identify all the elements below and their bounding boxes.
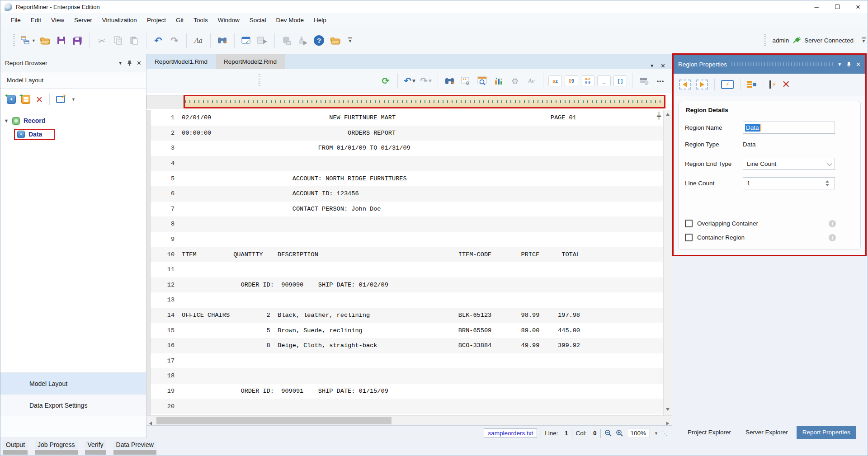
resize-grip[interactable]: ⋱ — [662, 430, 667, 437]
report-line[interactable]: 16 8 Beige, Cloth, straight-back BCO-338… — [146, 338, 672, 353]
preview-icon[interactable] — [476, 73, 489, 89]
save-button[interactable] — [55, 33, 68, 48]
underscore-icon[interactable]: _ — [597, 75, 611, 86]
rp-dropdown-icon[interactable]: ▼ — [837, 62, 842, 67]
line-text[interactable]: 8 Beige, Cloth, straight-back BCO-33884 … — [179, 342, 580, 349]
info-icon[interactable]: i — [829, 220, 836, 227]
row-height-splitter[interactable]: ╪ — [657, 112, 661, 120]
container-region-checkbox[interactable] — [685, 234, 693, 241]
tab-report-properties[interactable]: Report Properties — [797, 426, 856, 439]
menu-view[interactable]: View — [46, 15, 69, 25]
scroll-right-arrow[interactable] — [666, 422, 669, 425]
find-button[interactable] — [216, 33, 229, 48]
font-format-icon[interactable]: Av — [524, 73, 538, 89]
line-text[interactable]: 02/01/09 NEW FURTINURE MART PAGE 01 — [179, 114, 576, 121]
auto-parse-icon[interactable]: ⚡ — [769, 80, 777, 89]
brackets-icon[interactable]: [ ] — [613, 75, 627, 86]
report-line[interactable]: 19 ORDER ID: 909091 SHIP DATE: 01/15/09 — [146, 384, 672, 399]
add-region-icon[interactable]: ✦+ — [7, 95, 16, 104]
new-dropdown-caret[interactable]: ▼ — [32, 38, 36, 43]
auto-create-fields-icon[interactable]: ⚡ — [721, 80, 734, 89]
delete-region-icon[interactable]: ✕ — [36, 94, 43, 104]
close-panel-icon[interactable]: ✕ — [137, 60, 142, 66]
font-button[interactable]: Aa — [192, 33, 205, 48]
menu-tools[interactable]: Tools — [189, 15, 213, 25]
panel-dropdown-icon[interactable]: ▼ — [118, 61, 123, 66]
report-line[interactable]: 4 — [146, 156, 672, 171]
report-line[interactable]: 102/01/09 NEW FURTINURE MART PAGE 01 — [146, 110, 672, 126]
redo-button[interactable]: ↷ — [168, 33, 181, 48]
pin-icon[interactable] — [127, 60, 132, 66]
tree-data-label[interactable]: Data — [28, 131, 42, 138]
zoom-dropdown-caret[interactable]: ▼ — [654, 431, 658, 436]
zoom-out-icon[interactable] — [604, 429, 612, 437]
menu-server[interactable]: Server — [69, 15, 97, 25]
load-database-button[interactable] — [280, 33, 293, 48]
help-button[interactable]: ? — [312, 33, 326, 48]
add-fields-icon[interactable]: + — [21, 95, 30, 104]
file-name[interactable]: sampleorders.txt — [484, 428, 537, 438]
tab-reportmodel2[interactable]: ReportModel2.Rmd — [216, 54, 285, 69]
scroll-down-arrow[interactable] — [666, 408, 670, 411]
close-document-icon[interactable]: ✕ — [660, 62, 665, 69]
line-text[interactable]: ACCOUNT: NORTH RIDGE FURNITURES — [179, 175, 407, 182]
report-line[interactable]: 6 ACCOUNT ID: 123456 — [146, 186, 672, 202]
line-count-spinner[interactable]: 1 — [743, 177, 835, 189]
ruler[interactable] — [184, 95, 665, 108]
horizontal-scrollbar[interactable] — [146, 415, 672, 425]
tab-output[interactable]: Output — [3, 441, 28, 456]
save-all-button[interactable] — [71, 33, 85, 48]
tab-data-preview-label[interactable]: Data Preview — [113, 441, 156, 449]
tab-project-explorer[interactable]: Project Explorer — [682, 426, 737, 439]
toolbar-overflow-button[interactable]: ▼ — [348, 38, 352, 43]
editor-toolbar-grip[interactable] — [259, 74, 260, 88]
scroll-left-arrow[interactable] — [149, 422, 152, 425]
toolbar-grip[interactable] — [13, 34, 15, 47]
nav-data-export-settings[interactable]: Data Export Settings — [0, 395, 146, 416]
auto-gear-icon[interactable]: ⚙ — [508, 73, 522, 89]
verify-model-button[interactable]: ✓ — [240, 33, 253, 48]
zoom-in-icon[interactable] — [616, 429, 623, 437]
menu-social[interactable]: Social — [245, 15, 271, 25]
line-text[interactable]: ORDER ID: 909090 SHIP DATE: 01/02/09 — [179, 282, 388, 288]
minimize-button[interactable]: ─ — [806, 0, 827, 13]
tab-verify-label[interactable]: Verify — [85, 441, 106, 449]
tree-item-record[interactable]: ▼ Record — [0, 114, 146, 127]
tab-verify[interactable]: Verify — [85, 441, 106, 456]
report-line[interactable]: 10ITEM QUANTITY DESCRIPTION ITEM-CODE PR… — [146, 247, 672, 262]
line-text[interactable]: OFFICE CHAIRS 2 Black, leather, reclinin… — [179, 312, 580, 319]
refresh-icon[interactable]: ⟳ — [379, 73, 392, 89]
previous-region-icon[interactable] — [679, 80, 691, 89]
report-line[interactable]: 12 ORDER ID: 909090 SHIP DATE: 01/02/09 — [146, 277, 672, 293]
rp-close-icon[interactable]: ✕ — [856, 61, 861, 68]
menu-window[interactable]: Window — [213, 15, 245, 25]
report-line[interactable]: 5 ACCOUNT: NORTH RIDGE FURNITURES — [146, 171, 672, 186]
copy-button[interactable] — [111, 33, 125, 48]
nav-model-layout[interactable]: Model Layout — [0, 373, 146, 395]
line-text[interactable]: FROM 01/01/09 TO 01/31/09 — [179, 145, 410, 151]
menu-project[interactable]: Project — [142, 15, 171, 25]
line-text[interactable]: 5 Brown, Suede, reclining BRN-65509 89.0… — [179, 327, 580, 334]
export-list-icon[interactable]: ✓ — [637, 73, 651, 89]
overlapping-container-checkbox[interactable] — [685, 220, 693, 227]
undo-button[interactable]: ↶ — [151, 33, 165, 48]
next-region-icon[interactable] — [696, 80, 708, 89]
editor-redo-icon[interactable]: ↷▼ — [419, 73, 433, 89]
report-text-area[interactable]: 102/01/09 NEW FURTINURE MART PAGE 01 200… — [146, 110, 672, 415]
zoom-level[interactable]: 100% — [627, 428, 650, 438]
line-text[interactable]: ORDER ID: 909091 SHIP DATE: 01/15/09 — [179, 388, 388, 395]
report-line[interactable]: 14OFFICE CHAIRS 2 Black, leather, reclin… — [146, 308, 672, 323]
editor-find-icon[interactable] — [443, 73, 457, 89]
tab-data-preview[interactable]: Data Preview — [113, 441, 156, 456]
vertical-scrollbar[interactable] — [663, 110, 672, 415]
line-text[interactable]: 00:00:00 ORDERS REPORT — [179, 130, 396, 136]
spinner-arrows[interactable] — [826, 180, 831, 186]
field-list-icon[interactable] — [747, 81, 756, 88]
info-icon[interactable]: i — [829, 234, 836, 241]
editor-undo-icon[interactable]: ↶▼ — [403, 73, 416, 89]
right-toolbar-grip[interactable] — [764, 34, 766, 47]
menu-file[interactable]: File — [6, 15, 26, 25]
horizontal-scroll-thumb[interactable] — [156, 417, 392, 424]
chevron-down-icon[interactable]: ▼ — [0, 118, 12, 123]
export-model-icon[interactable] — [56, 96, 65, 103]
